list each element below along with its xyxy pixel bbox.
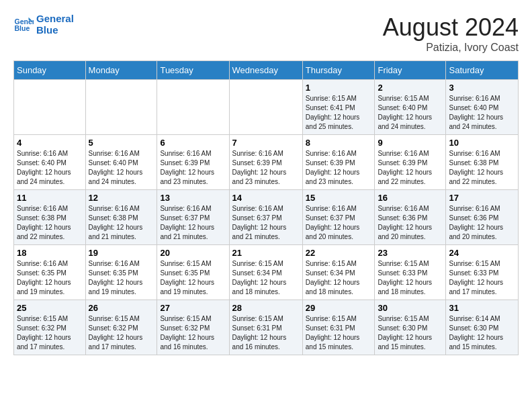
calendar-cell: 7Sunrise: 6:16 AM Sunset: 6:39 PM Daylig… (229, 135, 302, 190)
calendar-cell: 17Sunrise: 6:16 AM Sunset: 6:36 PM Dayli… (446, 190, 519, 245)
day-number: 12 (89, 193, 154, 203)
day-info: Sunrise: 6:16 AM Sunset: 6:37 PM Dayligh… (160, 204, 226, 242)
calendar-cell (157, 80, 229, 135)
calendar-week-3: 11Sunrise: 6:16 AM Sunset: 6:38 PM Dayli… (14, 190, 519, 245)
calendar-cell: 1Sunrise: 6:15 AM Sunset: 6:41 PM Daylig… (302, 80, 375, 135)
day-info: Sunrise: 6:16 AM Sunset: 6:35 PM Dayligh… (17, 259, 83, 297)
svg-text:Blue: Blue (15, 24, 30, 32)
calendar-table: SundayMondayTuesdayWednesdayThursdayFrid… (13, 60, 519, 355)
day-info: Sunrise: 6:16 AM Sunset: 6:40 PM Dayligh… (89, 149, 154, 187)
calendar-week-2: 4Sunrise: 6:16 AM Sunset: 6:40 PM Daylig… (14, 135, 519, 190)
day-info: Sunrise: 6:16 AM Sunset: 6:38 PM Dayligh… (449, 149, 515, 187)
day-info: Sunrise: 6:16 AM Sunset: 6:39 PM Dayligh… (160, 149, 226, 187)
calendar-cell: 25Sunrise: 6:15 AM Sunset: 6:32 PM Dayli… (14, 300, 86, 355)
day-number: 16 (378, 193, 443, 203)
day-info: Sunrise: 6:16 AM Sunset: 6:39 PM Dayligh… (232, 149, 300, 187)
calendar-cell: 26Sunrise: 6:15 AM Sunset: 6:32 PM Dayli… (85, 300, 157, 355)
logo-line2: Blue (36, 25, 74, 36)
calendar-cell: 8Sunrise: 6:16 AM Sunset: 6:39 PM Daylig… (302, 135, 375, 190)
day-number: 5 (89, 138, 154, 148)
day-info: Sunrise: 6:15 AM Sunset: 6:31 PM Dayligh… (232, 314, 300, 352)
calendar-cell: 12Sunrise: 6:16 AM Sunset: 6:38 PM Dayli… (85, 190, 157, 245)
day-info: Sunrise: 6:16 AM Sunset: 6:38 PM Dayligh… (17, 204, 83, 242)
calendar-cell: 19Sunrise: 6:16 AM Sunset: 6:35 PM Dayli… (85, 245, 157, 300)
day-number: 22 (306, 248, 372, 258)
day-number: 14 (232, 193, 300, 203)
calendar-cell: 6Sunrise: 6:16 AM Sunset: 6:39 PM Daylig… (157, 135, 229, 190)
calendar-cell: 11Sunrise: 6:16 AM Sunset: 6:38 PM Dayli… (14, 190, 86, 245)
calendar-cell: 24Sunrise: 6:15 AM Sunset: 6:33 PM Dayli… (446, 245, 519, 300)
day-number: 23 (378, 248, 443, 258)
calendar-cell: 16Sunrise: 6:16 AM Sunset: 6:36 PM Dayli… (375, 190, 446, 245)
day-info: Sunrise: 6:16 AM Sunset: 6:37 PM Dayligh… (232, 204, 300, 242)
day-number: 29 (306, 303, 372, 313)
calendar-cell: 23Sunrise: 6:15 AM Sunset: 6:33 PM Dayli… (375, 245, 446, 300)
calendar-week-1: 1Sunrise: 6:15 AM Sunset: 6:41 PM Daylig… (14, 80, 519, 135)
day-info: Sunrise: 6:16 AM Sunset: 6:37 PM Dayligh… (306, 204, 372, 242)
calendar-cell: 30Sunrise: 6:15 AM Sunset: 6:30 PM Dayli… (375, 300, 446, 355)
calendar-cell (229, 80, 302, 135)
day-info: Sunrise: 6:15 AM Sunset: 6:33 PM Dayligh… (449, 259, 515, 297)
column-header-monday: Monday (85, 61, 157, 80)
day-number: 25 (17, 303, 83, 313)
day-info: Sunrise: 6:15 AM Sunset: 6:34 PM Dayligh… (232, 259, 300, 297)
month-year-title: August 2024 (383, 13, 519, 42)
calendar-week-4: 18Sunrise: 6:16 AM Sunset: 6:35 PM Dayli… (14, 245, 519, 300)
logo-icon: General Blue (13, 15, 34, 35)
column-header-friday: Friday (375, 61, 446, 80)
day-number: 4 (17, 138, 83, 148)
day-number: 31 (449, 303, 515, 313)
calendar-cell: 15Sunrise: 6:16 AM Sunset: 6:37 PM Dayli… (302, 190, 375, 245)
calendar-cell: 4Sunrise: 6:16 AM Sunset: 6:40 PM Daylig… (14, 135, 86, 190)
month-title-block: August 2024 Patizia, Ivory Coast (383, 13, 519, 54)
day-number: 26 (89, 303, 154, 313)
day-info: Sunrise: 6:16 AM Sunset: 6:39 PM Dayligh… (306, 149, 372, 187)
day-number: 27 (160, 303, 226, 313)
calendar-cell: 18Sunrise: 6:16 AM Sunset: 6:35 PM Dayli… (14, 245, 86, 300)
day-number: 18 (17, 248, 83, 258)
day-number: 10 (449, 138, 515, 148)
day-number: 1 (306, 83, 372, 93)
day-info: Sunrise: 6:15 AM Sunset: 6:41 PM Dayligh… (306, 94, 372, 132)
day-info: Sunrise: 6:15 AM Sunset: 6:32 PM Dayligh… (160, 314, 226, 352)
calendar-cell: 20Sunrise: 6:15 AM Sunset: 6:35 PM Dayli… (157, 245, 229, 300)
day-number: 2 (378, 83, 443, 93)
day-number: 15 (306, 193, 372, 203)
calendar-cell: 29Sunrise: 6:15 AM Sunset: 6:31 PM Dayli… (302, 300, 375, 355)
day-info: Sunrise: 6:15 AM Sunset: 6:33 PM Dayligh… (378, 259, 443, 297)
day-number: 19 (89, 248, 154, 258)
column-header-tuesday: Tuesday (157, 61, 229, 80)
day-info: Sunrise: 6:16 AM Sunset: 6:36 PM Dayligh… (449, 204, 515, 242)
page-header: General Blue General Blue August 2024 Pa… (13, 13, 519, 54)
calendar-cell (85, 80, 157, 135)
calendar-cell: 21Sunrise: 6:15 AM Sunset: 6:34 PM Dayli… (229, 245, 302, 300)
day-info: Sunrise: 6:16 AM Sunset: 6:40 PM Dayligh… (449, 94, 515, 132)
calendar-cell: 27Sunrise: 6:15 AM Sunset: 6:32 PM Dayli… (157, 300, 229, 355)
day-info: Sunrise: 6:16 AM Sunset: 6:38 PM Dayligh… (89, 204, 154, 242)
day-info: Sunrise: 6:15 AM Sunset: 6:32 PM Dayligh… (89, 314, 154, 352)
day-info: Sunrise: 6:14 AM Sunset: 6:30 PM Dayligh… (449, 314, 515, 352)
day-info: Sunrise: 6:16 AM Sunset: 6:35 PM Dayligh… (89, 259, 154, 297)
calendar-cell: 5Sunrise: 6:16 AM Sunset: 6:40 PM Daylig… (85, 135, 157, 190)
day-number: 8 (306, 138, 372, 148)
logo: General Blue General Blue (13, 13, 74, 36)
column-header-saturday: Saturday (446, 61, 519, 80)
calendar-week-5: 25Sunrise: 6:15 AM Sunset: 6:32 PM Dayli… (14, 300, 519, 355)
day-info: Sunrise: 6:15 AM Sunset: 6:31 PM Dayligh… (306, 314, 372, 352)
calendar-cell: 10Sunrise: 6:16 AM Sunset: 6:38 PM Dayli… (446, 135, 519, 190)
calendar-cell: 14Sunrise: 6:16 AM Sunset: 6:37 PM Dayli… (229, 190, 302, 245)
day-number: 11 (17, 193, 83, 203)
column-header-thursday: Thursday (302, 61, 375, 80)
day-info: Sunrise: 6:15 AM Sunset: 6:35 PM Dayligh… (160, 259, 226, 297)
day-number: 9 (378, 138, 443, 148)
day-number: 30 (378, 303, 443, 313)
day-info: Sunrise: 6:16 AM Sunset: 6:39 PM Dayligh… (378, 149, 443, 187)
day-number: 6 (160, 138, 226, 148)
day-number: 24 (449, 248, 515, 258)
calendar-cell: 28Sunrise: 6:15 AM Sunset: 6:31 PM Dayli… (229, 300, 302, 355)
day-info: Sunrise: 6:15 AM Sunset: 6:30 PM Dayligh… (378, 314, 443, 352)
day-number: 3 (449, 83, 515, 93)
day-number: 17 (449, 193, 515, 203)
column-header-wednesday: Wednesday (229, 61, 302, 80)
calendar-cell: 2Sunrise: 6:15 AM Sunset: 6:40 PM Daylig… (375, 80, 446, 135)
